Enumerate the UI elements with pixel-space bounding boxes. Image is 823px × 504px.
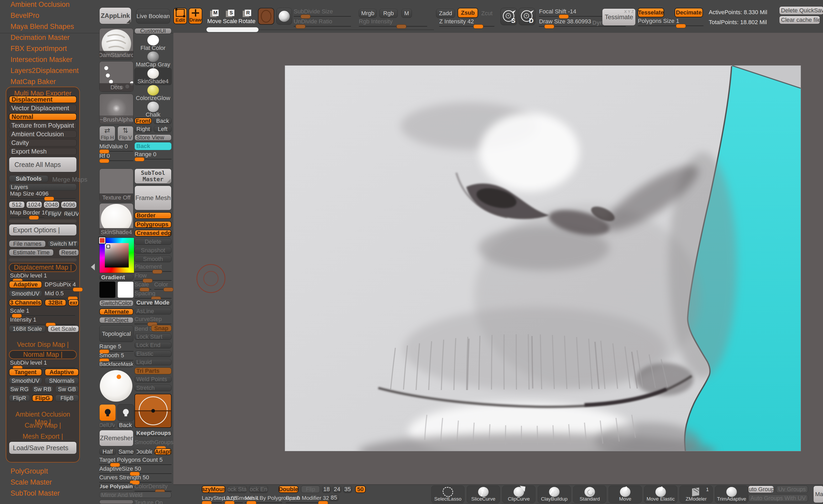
- double-button[interactable]: Double: [136, 448, 153, 455]
- left-toggle[interactable]: Left: [154, 126, 172, 132]
- material-chalk[interactable]: Chalk: [135, 101, 172, 118]
- auto-groups-button[interactable]: Auto Groups: [748, 486, 774, 493]
- brush-slicecurve[interactable]: SliceCurve: [467, 486, 500, 503]
- auto-groups-with-uv-button[interactable]: Auto Groups With UV: [748, 495, 808, 502]
- customui-button[interactable]: CustomUI: [135, 28, 172, 34]
- color-sv-box[interactable]: [105, 243, 129, 267]
- plugin-menu-item[interactable]: BevelPro: [0, 10, 96, 21]
- subtools-button[interactable]: SubTools: [9, 175, 48, 182]
- switch-mt-button[interactable]: Switch MT: [48, 240, 79, 247]
- load-save-presets-button[interactable]: Load/Save Presets: [9, 442, 77, 454]
- map-size-preset-button[interactable]: 4096: [61, 201, 77, 208]
- rgb-intensity-slider[interactable]: Rgb Intensity: [359, 18, 427, 27]
- rf-slider[interactable]: Rf 0: [99, 153, 134, 161]
- mme-toggle-export-mesh[interactable]: Export Mesh: [9, 148, 77, 155]
- export-options-button[interactable]: Export Options |: [9, 224, 77, 236]
- plugin-menu-item[interactable]: FBX ExportImport: [0, 43, 96, 54]
- scale-mode-button[interactable]: S Scale: [223, 8, 237, 25]
- border-toggle[interactable]: Border: [135, 212, 172, 219]
- displacement-map-header[interactable]: Displacement Map |: [9, 263, 77, 272]
- adapt-toggle[interactable]: Adapt: [154, 448, 172, 455]
- get-scale-button[interactable]: Get Scale: [48, 325, 79, 332]
- keepgroups-toggle[interactable]: KeepGroups: [135, 430, 172, 436]
- alternate-toggle[interactable]: Alternate: [99, 308, 134, 315]
- smooth-slider[interactable]: Smooth 5: [99, 352, 134, 361]
- cavity-map-header[interactable]: Cavity Map |: [9, 422, 77, 429]
- subdiv-level-2-slider[interactable]: SubDiv level 1: [10, 359, 75, 368]
- vector-disp-map-header[interactable]: Vector Disp Map |: [9, 341, 77, 348]
- decimate-button[interactable]: Decimate: [675, 8, 703, 17]
- mme-toggle-ambient-occlusion[interactable]: Ambient Occlusion: [9, 131, 77, 138]
- draw-mode-button[interactable]: Draw: [189, 8, 202, 24]
- range-slider[interactable]: Range 5: [99, 343, 134, 352]
- back-toggle[interactable]: Back: [154, 117, 172, 124]
- lazysmooth-slider[interactable]: LazySmooth 1: [224, 495, 243, 503]
- polygroups-toggle[interactable]: Polygroups: [135, 221, 172, 228]
- flip-bottom-button[interactable]: Flip: [301, 486, 320, 493]
- flow-slider[interactable]: Flow: [135, 272, 172, 281]
- brush-modifier-slider[interactable]: Brush Modifier 32: [286, 495, 325, 503]
- polygons-size-slider[interactable]: Polygons Size 1: [638, 18, 703, 26]
- stretch-toggle[interactable]: Stretch: [135, 385, 172, 391]
- curve-falloff-widget[interactable]: [135, 394, 172, 428]
- backfacemask-toggle[interactable]: BackfaceMask: [99, 361, 134, 367]
- lock-start-bottom-toggle[interactable]: Lock Start: [227, 486, 247, 493]
- mid-slider[interactable]: Mid 0.5: [45, 290, 79, 299]
- color-stroke-slider[interactable]: Color: [154, 281, 171, 290]
- curve-mode-toggle[interactable]: Curve Mode: [135, 299, 172, 306]
- brush-move-elastic[interactable]: Move Elastic: [644, 486, 677, 503]
- same-button[interactable]: Same: [118, 448, 135, 455]
- m-button[interactable]: M: [401, 9, 412, 18]
- texture-thumbnail[interactable]: Texture Off: [99, 169, 134, 202]
- mirror-and-weld-button[interactable]: Mirror And Weld: [99, 492, 172, 498]
- snormals-toggle[interactable]: SNormals: [45, 377, 79, 384]
- plugin-menu-item[interactable]: PolyGroupIt: [0, 466, 96, 477]
- move-mode-button[interactable]: M Move: [207, 8, 222, 25]
- flip-r-button[interactable]: FlipR: [9, 395, 30, 402]
- material-matcap-gray[interactable]: MatCap Gray: [135, 51, 172, 68]
- dpsubpix-slider[interactable]: DPSubPix 4: [45, 281, 79, 290]
- use-polypaint-toggle[interactable]: Use Polypaint: [99, 483, 134, 489]
- map-size-slider[interactable]: Map Size 4096: [10, 191, 76, 199]
- curvestep-slider[interactable]: CurveStep: [135, 316, 172, 324]
- lock-end-toggle[interactable]: Lock End: [135, 342, 172, 348]
- zsub-button[interactable]: Zsub: [458, 8, 478, 18]
- liquid-toggle[interactable]: Liquid: [135, 359, 172, 365]
- draw-size-preset-50-button[interactable]: 50: [355, 486, 366, 493]
- mask-clipped-button[interactable]: Ma: [813, 486, 823, 503]
- map-size-preset-button[interactable]: 512: [9, 201, 25, 208]
- snapshot-button[interactable]: Snapshot: [135, 247, 172, 254]
- brush-claybuildup[interactable]: ClayBuildup: [538, 486, 571, 503]
- adaptive-toggle[interactable]: Adaptive: [9, 281, 42, 288]
- snap-toggle[interactable]: Snap: [151, 325, 172, 331]
- brush-standard[interactable]: Standard: [573, 486, 606, 503]
- estimate-time-button[interactable]: Estimate Time: [9, 249, 53, 256]
- asline-toggle[interactable]: AsLine: [135, 308, 172, 314]
- intensity-slider[interactable]: Intensity 1: [10, 316, 75, 325]
- elastic-toggle[interactable]: Elastic: [135, 351, 172, 357]
- fillobject-button[interactable]: FillObject: [99, 317, 134, 323]
- deluv-button[interactable]: DelUV: [99, 422, 115, 429]
- switchcolor-button[interactable]: SwitchColor: [99, 300, 134, 306]
- brush-zmodeler[interactable]: 1 ZModeler: [680, 486, 713, 503]
- plugin-menu-item[interactable]: Layers2Displacement: [0, 65, 96, 76]
- back-button[interactable]: Back: [118, 422, 134, 429]
- frame-mesh-button[interactable]: Frame Mesh: [135, 186, 172, 210]
- undivide-ratio-slider[interactable]: UnDivide Ratio: [294, 18, 351, 27]
- stroke-thumbnail[interactable]: Dots: [99, 61, 134, 92]
- right-toggle[interactable]: Right: [135, 126, 152, 132]
- smooth-button[interactable]: Smooth: [135, 256, 172, 262]
- curves-strength-slider[interactable]: Curves Strength 50: [99, 474, 172, 483]
- topological-toggle[interactable]: Topological: [99, 325, 134, 342]
- material-skinshade4[interactable]: SkinShade4: [135, 68, 172, 85]
- color-density-slider[interactable]: ColorDensity: [135, 483, 172, 492]
- mme-toggle-cavity[interactable]: Cavity: [9, 139, 77, 147]
- rgb-button[interactable]: Rgb: [379, 9, 398, 18]
- clear-cache-button[interactable]: Clear cache files: [779, 16, 820, 24]
- flip-b-button[interactable]: FlipB: [55, 395, 79, 402]
- brush-move[interactable]: Move: [609, 486, 642, 503]
- tangent-toggle[interactable]: Tangent: [9, 368, 42, 376]
- lock-start-toggle[interactable]: Lock Start: [135, 334, 172, 340]
- rotate-mode-button[interactable]: R Rotate: [238, 8, 255, 25]
- current-brush-thumbnail[interactable]: DamStandard: [99, 28, 134, 60]
